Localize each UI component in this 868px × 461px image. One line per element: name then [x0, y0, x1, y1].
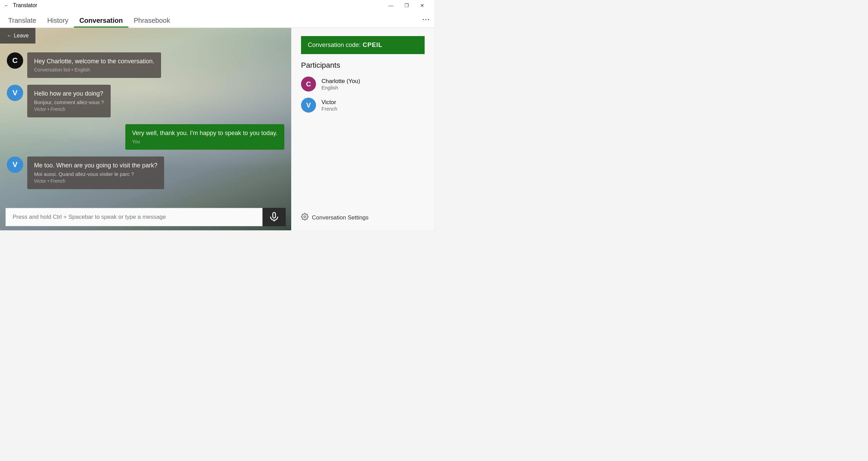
participants-section: Participants	[301, 61, 425, 70]
tab-phrasebook[interactable]: Phrasebook	[128, 11, 176, 28]
message-bubble: Hey Charlotte, welcome to the conversati…	[27, 52, 161, 78]
message-input[interactable]	[5, 208, 263, 226]
back-icon[interactable]: ←	[4, 3, 9, 8]
chat-messages[interactable]: C Hey Charlotte, welcome to the conversa…	[0, 46, 291, 203]
participant-info: Victor French	[321, 99, 337, 112]
main-content: ← Leave C Hey Charlotte, welcome to the …	[0, 28, 434, 230]
input-bar	[5, 208, 286, 226]
participants-title: Participants	[301, 61, 425, 70]
message-bubble: Hello how are you doing? Bonjour, commen…	[27, 85, 111, 117]
avatar: V	[301, 98, 316, 113]
list-item: V Victor French	[301, 98, 425, 113]
avatar: C	[301, 77, 316, 92]
conversation-code-banner: Conversation code: CPEIL	[301, 36, 425, 54]
gear-icon	[301, 213, 309, 222]
more-options-button[interactable]: ···	[422, 15, 430, 23]
title-bar-left: ← Translator	[4, 2, 37, 9]
message-bubble: Me too. When are you going to visit the …	[27, 157, 164, 189]
window-controls: — ❐ ✕	[383, 0, 430, 11]
participant-info: Charlotte (You) English	[321, 78, 360, 90]
message-bubble-own: Very well, thank you. I'm happy to speak…	[125, 124, 284, 150]
minimize-button[interactable]: —	[383, 0, 399, 11]
tab-bar: Translate History Conversation Phraseboo…	[0, 11, 434, 28]
app-title: Translator	[13, 2, 37, 9]
participant-list: C Charlotte (You) English V Victor Frenc…	[301, 77, 425, 113]
tab-conversation[interactable]: Conversation	[74, 11, 128, 28]
svg-point-0	[304, 216, 306, 218]
table-row: Very well, thank you. I'm happy to speak…	[7, 124, 284, 150]
avatar: V	[7, 157, 23, 173]
restore-button[interactable]: ❐	[399, 0, 414, 11]
settings-label: Conversation Settings	[312, 214, 368, 221]
sidebar: Conversation code: CPEIL Participants C …	[291, 28, 434, 230]
conversation-settings-button[interactable]: Conversation Settings	[301, 210, 425, 222]
mic-icon	[269, 212, 280, 223]
close-button[interactable]: ✕	[414, 0, 430, 11]
avatar: V	[7, 85, 23, 101]
tab-translate[interactable]: Translate	[3, 11, 42, 28]
chat-area: ← Leave C Hey Charlotte, welcome to the …	[0, 28, 291, 230]
table-row: C Hey Charlotte, welcome to the conversa…	[7, 52, 284, 78]
list-item: C Charlotte (You) English	[301, 77, 425, 92]
table-row: V Me too. When are you going to visit th…	[7, 157, 284, 189]
table-row: V Hello how are you doing? Bonjour, comm…	[7, 85, 284, 117]
spacer	[301, 119, 425, 203]
tab-history[interactable]: History	[42, 11, 74, 28]
avatar: C	[7, 52, 23, 69]
title-bar: ← Translator — ❐ ✕	[0, 0, 434, 11]
mic-button[interactable]	[263, 208, 286, 226]
leave-button[interactable]: ← Leave	[0, 28, 35, 44]
